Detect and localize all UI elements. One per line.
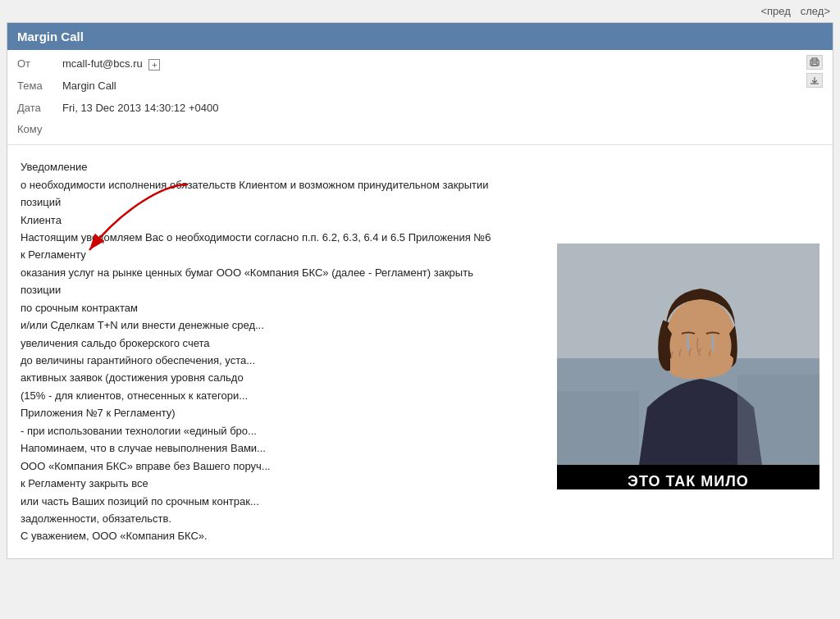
body-line-2: о необходимости исполнения обязательств … [21, 176, 496, 212]
date-label: Дата [17, 100, 62, 117]
svg-rect-10 [557, 391, 639, 465]
meme-photo [557, 244, 819, 465]
body-line-8: увеличения сальдо брокерского счета [21, 335, 496, 352]
body-line-11: (15% - для клиентов, отнесенных к катего… [21, 387, 496, 404]
subject-label: Тема [17, 78, 62, 95]
email-body-text: Уведомление о необходимости исполнения о… [21, 158, 496, 545]
body-line-6: по срочным контрактам [21, 299, 496, 316]
body-line-7: и/или Сделкам Т+N или внести денежные ср… [21, 316, 496, 334]
date-value: Fri, 13 Dec 2013 14:30:12 +0400 [62, 100, 823, 117]
to-label: Кому [17, 121, 62, 139]
to-value [62, 121, 823, 139]
email-container: Margin Call От mcall-fut@bcs.ru + Тема M… [7, 22, 833, 559]
email-title: Margin Call [17, 30, 84, 43]
add-contact-icon[interactable]: + [148, 59, 160, 71]
date-row: Дата Fri, 13 Dec 2013 14:30:12 +0400 [7, 98, 833, 120]
print-icon[interactable] [806, 55, 823, 70]
subject-value: Margin Call [62, 78, 823, 95]
body-line-14: Напоминаем, что в случае невыполнения Ва… [21, 439, 496, 457]
svg-rect-2 [812, 63, 817, 66]
meme-image: ЭТО ТАК МИЛО [557, 244, 819, 489]
body-line-13: - при использовании технологии «единый б… [21, 422, 496, 439]
body-line-15: ООО «Компания БКС» вправе без Вашего пор… [21, 457, 496, 475]
meme-caption: ЭТО ТАК МИЛО [557, 465, 819, 489]
action-icons [806, 55, 823, 88]
from-row: От mcall-fut@bcs.ru + [7, 53, 833, 75]
from-label: От [17, 56, 62, 73]
prev-link[interactable]: <пред [760, 5, 790, 17]
body-line-10: активных заявок (достижения уровня сальд… [21, 369, 496, 386]
from-value: mcall-fut@bcs.ru + [62, 56, 823, 73]
svg-rect-11 [737, 375, 819, 465]
email-metadata: От mcall-fut@bcs.ru + Тема Margin Call Д… [7, 50, 833, 145]
body-line-4: Настоящим уведомляем Вас о необходимости… [21, 229, 496, 264]
body-line-16: к Регламенту закрыть все [21, 475, 496, 492]
next-link[interactable]: след> [801, 5, 830, 17]
email-header-bar: Margin Call [7, 23, 833, 50]
body-line-19: С уважением, ООО «Компания БКС». [21, 527, 496, 544]
body-line-17: или часть Ваших позиций по срочным контр… [21, 493, 496, 510]
subject-row: Тема Margin Call [7, 75, 833, 98]
body-line-5: оказания услуг на рынке ценных бумаг ООО… [21, 264, 496, 299]
body-line-9: до величины гарантийного обеспечения, ус… [21, 352, 496, 369]
body-line-18: задолженности, обязательств. [21, 510, 496, 527]
body-line-1: Уведомление [21, 158, 496, 175]
download-icon[interactable] [806, 73, 823, 88]
body-line-12: Приложения №7 к Регламенту) [21, 404, 496, 421]
body-line-3: Клиента [21, 212, 496, 229]
top-navigation: <пред след> [0, 0, 840, 22]
to-row: Кому [7, 119, 833, 141]
email-body: Уведомление о необходимости исполнения о… [7, 145, 833, 558]
